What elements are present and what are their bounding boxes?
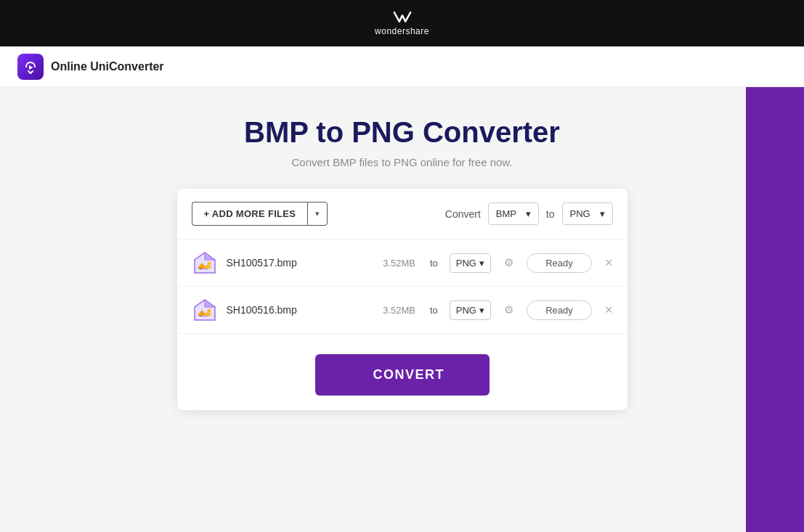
brand-name: wondershare [375, 26, 429, 36]
file-icon-1: BMP [192, 297, 218, 323]
main-content: BMP to PNG Converter Convert BMP files t… [0, 87, 804, 532]
uniconverter-icon [23, 59, 38, 75]
wondershare-logo-icon [392, 10, 413, 25]
app-logo-icon [17, 54, 44, 80]
to-format-label: PNG [570, 208, 590, 219]
file-row-1: BMP SH100516.bmp 3.52MB to PNG ▾ ⚙ Ready… [177, 287, 628, 334]
convert-label-area: Convert BMP ▾ to PNG ▾ [445, 202, 613, 225]
file-name-1: SH100516.bmp [227, 304, 375, 316]
convert-text: Convert [445, 208, 481, 220]
app-title: Online UniConverter [51, 60, 164, 73]
page-heading: BMP to PNG Converter [244, 116, 560, 149]
file-name-0: SH100517.bmp [227, 257, 375, 269]
file-format-label-0: PNG [456, 258, 476, 269]
file-icon-0: BMP [192, 250, 218, 276]
converter-card: + ADD MORE FILES ▾ Convert BMP ▾ to PNG … [177, 189, 628, 410]
svg-point-11 [207, 309, 211, 313]
app-logo: Online UniConverter [17, 54, 164, 80]
convert-button[interactable]: CONVERT [315, 354, 490, 396]
toolbar-row: + ADD MORE FILES ▾ Convert BMP ▾ to PNG … [177, 189, 628, 240]
svg-marker-7 [205, 300, 215, 307]
file-size-0: 3.52MB [383, 258, 415, 269]
file-size-1: 3.52MB [383, 305, 415, 316]
file-format-dropdown-1[interactable]: PNG ▾ [450, 300, 491, 320]
gear-icon-0[interactable]: ⚙ [504, 256, 513, 269]
from-format-dropdown[interactable]: BMP ▾ [488, 202, 539, 225]
svg-marker-1 [205, 253, 215, 260]
convert-btn-area: CONVERT [177, 334, 628, 410]
ready-badge-1: Ready [527, 300, 592, 320]
to-text: to [546, 208, 555, 220]
file-row: BMP SH100517.bmp 3.52MB to PNG ▾ ⚙ Ready… [177, 240, 628, 287]
from-format-chevron: ▾ [526, 208, 531, 219]
add-files-button[interactable]: + ADD MORE FILES [192, 202, 308, 226]
secondary-nav: Online UniConverter [0, 46, 804, 87]
top-bar: wondershare [0, 0, 804, 46]
page-subheading: Convert BMP files to PNG online for free… [291, 156, 512, 168]
file-to-label-0: to [430, 258, 438, 269]
file-format-chevron-1: ▾ [479, 305, 484, 316]
close-button-0[interactable]: × [605, 256, 613, 269]
add-files-group: + ADD MORE FILES ▾ [192, 202, 328, 226]
brand-area: wondershare [375, 10, 429, 36]
center-area: BMP to PNG Converter Convert BMP files t… [0, 87, 804, 532]
file-to-label-1: to [430, 305, 438, 316]
ready-badge-0: Ready [527, 253, 592, 273]
from-format-label: BMP [496, 208, 516, 219]
to-format-dropdown[interactable]: PNG ▾ [562, 202, 613, 225]
add-files-dropdown-button[interactable]: ▾ [307, 202, 328, 226]
close-button-1[interactable]: × [605, 303, 613, 316]
to-format-chevron: ▾ [600, 208, 605, 219]
file-format-chevron-0: ▾ [479, 258, 484, 269]
svg-point-5 [207, 262, 211, 266]
file-format-label-1: PNG [456, 305, 476, 316]
gear-icon-1[interactable]: ⚙ [504, 303, 513, 316]
file-format-dropdown-0[interactable]: PNG ▾ [450, 253, 491, 273]
